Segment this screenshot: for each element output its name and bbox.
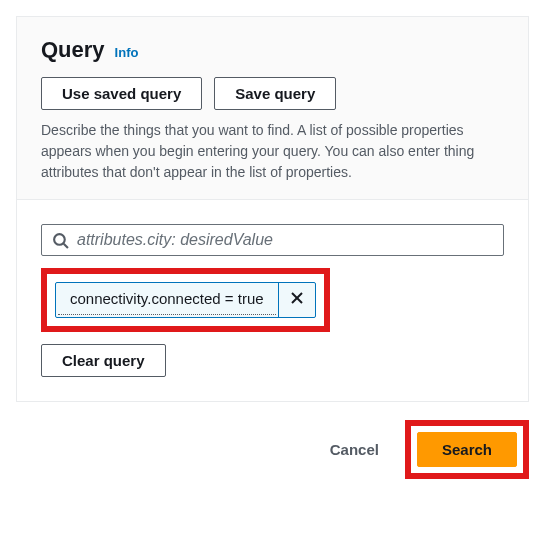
- info-link[interactable]: Info: [115, 45, 139, 60]
- panel-body: connectivity.connected = true Clear quer…: [17, 199, 528, 401]
- footer-actions: Cancel Search: [16, 402, 529, 479]
- close-icon: [289, 290, 305, 310]
- svg-point-0: [54, 234, 65, 245]
- search-input-wrap[interactable]: [41, 224, 504, 256]
- title-row: Query Info: [41, 37, 504, 63]
- panel-title: Query: [41, 37, 105, 63]
- cancel-button[interactable]: Cancel: [316, 433, 393, 466]
- save-query-button[interactable]: Save query: [214, 77, 336, 110]
- clear-query-button[interactable]: Clear query: [41, 344, 166, 377]
- filter-chip: connectivity.connected = true: [55, 282, 316, 318]
- panel-header: Query Info Use saved query Save query De…: [17, 17, 528, 199]
- svg-line-1: [64, 243, 68, 247]
- chip-text: connectivity.connected = true: [58, 283, 276, 315]
- search-input[interactable]: [77, 231, 493, 249]
- panel-description: Describe the things that you want to fin…: [41, 120, 504, 183]
- use-saved-query-button[interactable]: Use saved query: [41, 77, 202, 110]
- search-button[interactable]: Search: [417, 432, 517, 467]
- button-row: Use saved query Save query: [41, 77, 504, 110]
- highlight-chip: connectivity.connected = true: [41, 268, 330, 332]
- search-icon: [52, 232, 69, 249]
- chip-remove-button[interactable]: [278, 283, 315, 317]
- query-panel: Query Info Use saved query Save query De…: [16, 16, 529, 402]
- highlight-search: Search: [405, 420, 529, 479]
- clear-button-wrap: Clear query: [41, 344, 504, 377]
